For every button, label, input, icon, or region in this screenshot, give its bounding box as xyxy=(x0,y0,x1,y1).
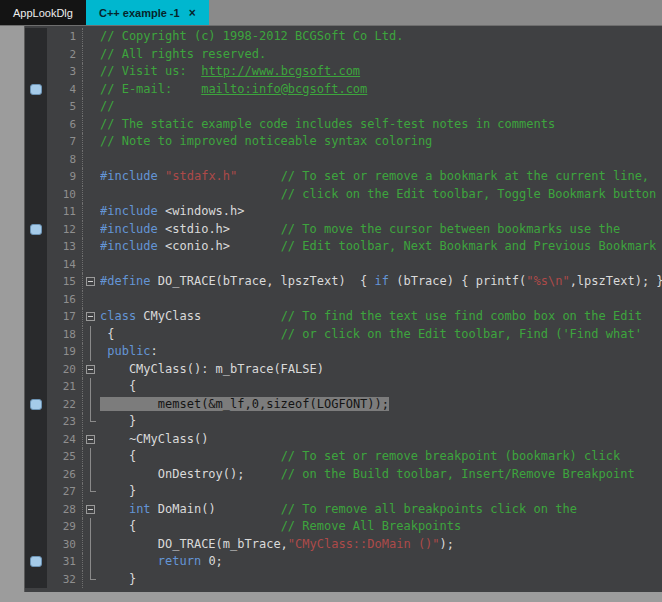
code-segment: } xyxy=(100,414,136,428)
code-line[interactable]: 12#include <stdio.h> // To move the curs… xyxy=(25,221,662,239)
bookmark-margin[interactable] xyxy=(25,273,47,291)
bookmark-margin[interactable] xyxy=(25,326,47,344)
line-number: 6 xyxy=(47,116,83,134)
bookmark-margin[interactable] xyxy=(25,221,47,239)
bookmark-margin[interactable] xyxy=(25,536,47,554)
bookmark-margin[interactable] xyxy=(25,151,47,169)
bookmark-margin[interactable] xyxy=(25,466,47,484)
code-line[interactable]: 19 public: xyxy=(25,343,662,361)
bookmark-margin[interactable] xyxy=(25,483,47,501)
code-line[interactable]: 1// Copyright (c) 1998-2012 BCGSoft Co L… xyxy=(25,28,662,46)
code-segment: // or click on the Edit toolbar, Find ('… xyxy=(281,327,642,341)
code-line[interactable]: 18 { // or click on the Edit toolbar, Fi… xyxy=(25,326,662,344)
bookmark-margin[interactable] xyxy=(25,431,47,449)
fold-margin xyxy=(83,396,100,414)
bookmark-margin[interactable] xyxy=(25,361,47,379)
code-line[interactable]: 30 DO_TRACE(m_bTrace,"CMyClass::DoMain (… xyxy=(25,536,662,554)
line-number: 29 xyxy=(47,518,83,536)
bookmark-margin[interactable] xyxy=(25,308,47,326)
bookmark-margin[interactable] xyxy=(25,571,47,589)
code-line[interactable]: 9#include "stdafx.h" // To set or remove… xyxy=(25,168,662,186)
code-line[interactable]: 7// Note to improved noticeable syntax c… xyxy=(25,133,662,151)
code-segment: <windows.h> xyxy=(165,204,244,218)
code-line[interactable]: 24 ~CMyClass() xyxy=(25,431,662,449)
code-segment xyxy=(237,169,280,183)
code-line[interactable]: 29 { // Remove All Breakpoints xyxy=(25,518,662,536)
fold-margin xyxy=(83,81,100,99)
code-segment: // To remove all breakpoints click on th… xyxy=(281,502,577,516)
code-segment: : xyxy=(151,344,158,358)
bookmark-margin[interactable] xyxy=(25,203,47,221)
tab-applookdlg[interactable]: AppLookDlg xyxy=(0,0,86,25)
code-text: class CMyClass // To find the text use f… xyxy=(100,308,662,326)
code-line[interactable]: 3// Visit us: http://www.bcgsoft.com xyxy=(25,63,662,81)
bookmark-margin[interactable] xyxy=(25,413,47,431)
code-line[interactable]: 27 } xyxy=(25,483,662,501)
fold-margin xyxy=(83,151,100,169)
line-number: 28 xyxy=(47,501,83,519)
code-line[interactable]: 5// xyxy=(25,98,662,116)
code-line[interactable]: 23 } xyxy=(25,413,662,431)
fold-margin[interactable] xyxy=(83,308,100,326)
code-line[interactable]: 6// The static example code includes sel… xyxy=(25,116,662,134)
bookmark-margin[interactable] xyxy=(25,343,47,361)
code-line[interactable]: 21 { xyxy=(25,378,662,396)
code-line[interactable]: 26 OnDestroy(); // on the Build toolbar,… xyxy=(25,466,662,484)
bookmark-margin[interactable] xyxy=(25,378,47,396)
bookmark-margin[interactable] xyxy=(25,98,47,116)
fold-collapse-icon xyxy=(86,505,95,514)
fold-margin[interactable] xyxy=(83,431,100,449)
fold-margin[interactable] xyxy=(83,501,100,519)
bookmark-margin[interactable] xyxy=(25,28,47,46)
bookmark-margin[interactable] xyxy=(25,518,47,536)
code-segment: { xyxy=(100,519,281,533)
code-line[interactable]: 25 { // To set or remove breakpoint (boo… xyxy=(25,448,662,466)
code-line[interactable]: 8 xyxy=(25,151,662,169)
code-segment xyxy=(100,554,158,568)
line-number: 32 xyxy=(47,571,83,589)
bookmark-margin[interactable] xyxy=(25,46,47,64)
code-segment: ,lpszText); } } xyxy=(570,274,662,288)
bookmark-margin[interactable] xyxy=(25,186,47,204)
bookmark-margin[interactable] xyxy=(25,256,47,274)
fold-guide xyxy=(90,483,96,492)
line-number: 21 xyxy=(47,378,83,396)
bookmark-margin[interactable] xyxy=(25,63,47,81)
fold-margin[interactable] xyxy=(83,361,100,379)
code-line[interactable]: 22 memset(&m_lf,0,sizeof(LOGFONT)); xyxy=(25,396,662,414)
code-line[interactable]: 11#include <windows.h> xyxy=(25,203,662,221)
line-number: 7 xyxy=(47,133,83,151)
code-segment: // To find the text use find combo box o… xyxy=(281,309,642,323)
hyperlink[interactable]: mailto:info@bcgsoft.com xyxy=(201,82,367,96)
bookmark-margin[interactable] xyxy=(25,81,47,99)
code-line[interactable]: 13#include <conio.h> // Edit toolbar, Ne… xyxy=(25,238,662,256)
code-line[interactable]: 32 } xyxy=(25,571,662,589)
bookmark-margin[interactable] xyxy=(25,448,47,466)
code-line[interactable]: 20 CMyClass(): m_bTrace(FALSE) xyxy=(25,361,662,379)
bookmark-margin[interactable] xyxy=(25,116,47,134)
code-editor: 1// Copyright (c) 1998-2012 BCGSoft Co L… xyxy=(24,26,662,592)
code-line[interactable]: 31 return 0; xyxy=(25,553,662,571)
bookmark-margin[interactable] xyxy=(25,238,47,256)
code-line[interactable]: 28 int DoMain() // To remove all breakpo… xyxy=(25,501,662,519)
bookmark-margin[interactable] xyxy=(25,168,47,186)
tab-c-example-1[interactable]: C++ example -1× xyxy=(86,0,209,25)
code-line[interactable]: 4// E-mail: mailto:info@bcgsoft.com xyxy=(25,81,662,99)
bookmark-margin[interactable] xyxy=(25,396,47,414)
code-line[interactable]: 14 xyxy=(25,256,662,274)
code-line[interactable]: 10 // click on the Edit toolbar, Toggle … xyxy=(25,186,662,204)
tab-close-icon[interactable]: × xyxy=(189,6,196,20)
bookmark-margin[interactable] xyxy=(25,133,47,151)
code-line[interactable]: 15#define DO_TRACE(bTrace, lpszText) { i… xyxy=(25,273,662,291)
code-line[interactable]: 16 xyxy=(25,291,662,309)
line-number: 13 xyxy=(47,238,83,256)
code-line[interactable]: 17class CMyClass // To find the text use… xyxy=(25,308,662,326)
fold-margin xyxy=(83,203,100,221)
hyperlink[interactable]: http://www.bcgsoft.com xyxy=(201,64,360,78)
bookmark-margin[interactable] xyxy=(25,501,47,519)
code-line[interactable]: 2// All rights reserved. xyxy=(25,46,662,64)
bookmark-margin[interactable] xyxy=(25,291,47,309)
bookmark-margin[interactable] xyxy=(25,553,47,571)
code-text: #define DO_TRACE(bTrace, lpszText) { if … xyxy=(100,273,662,291)
fold-margin[interactable] xyxy=(83,273,100,291)
